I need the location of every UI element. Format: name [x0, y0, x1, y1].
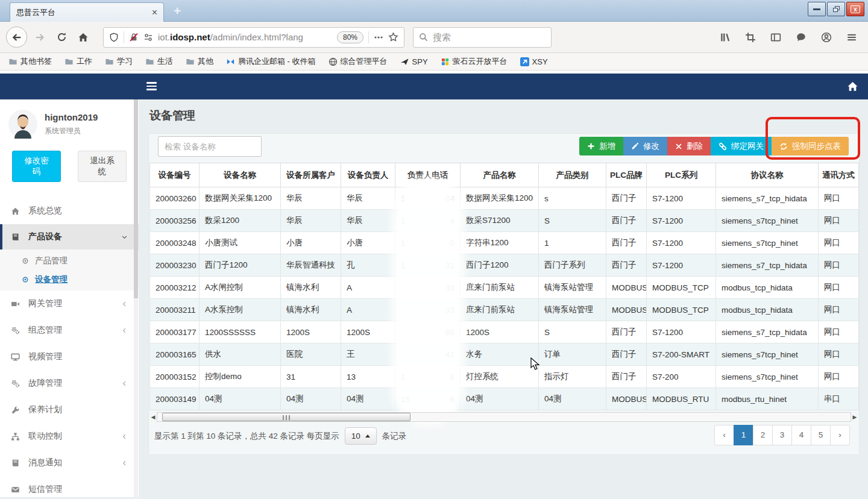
column-header[interactable]: 产品名称 — [461, 163, 539, 187]
back-button[interactable] — [6, 27, 27, 48]
sidebar-item[interactable]: 故障管理 — [0, 370, 139, 397]
device-search-input[interactable] — [158, 136, 262, 157]
table-cell-id: 200003211 — [150, 299, 200, 321]
sidebar-subitem[interactable]: 设备管理 — [0, 270, 139, 289]
menu-icon[interactable] — [846, 32, 857, 43]
table-cell-customer: 华辰智通科技 — [281, 254, 341, 277]
sidebar-subitem[interactable]: 产品管理 — [0, 251, 139, 270]
sidebar-item[interactable]: 联动控制 — [0, 423, 139, 450]
browser-search-box[interactable] — [413, 27, 552, 48]
bookmark-item[interactable]: 生活 — [145, 56, 173, 67]
url-text[interactable]: iot.idosp.net/admin/index.html?lang — [158, 32, 332, 42]
change-password-button[interactable]: 修改密码 — [12, 151, 61, 182]
pagination-item[interactable]: › — [830, 425, 850, 445]
bookmark-item[interactable]: 萤石云开放平台 — [441, 56, 508, 67]
table-row[interactable]: 200003256数采1200华辰华辰14数采S71200S西门子S7-1200… — [150, 210, 859, 232]
table-row[interactable]: 20000314904测04测04测15804测04测MODBUSMODBUS_… — [150, 388, 859, 410]
tab-close-icon[interactable]: × — [152, 8, 157, 17]
window-close-button[interactable]: x — [846, 2, 864, 16]
sidebar-item[interactable]: 系统总览 — [0, 198, 139, 224]
sidebar-item[interactable]: 保养计划 — [0, 397, 139, 423]
sidebar-item[interactable]: 视频管理 — [0, 344, 139, 370]
sidebar-collapse-button[interactable] — [146, 82, 157, 90]
phone-redaction-blur — [392, 177, 464, 426]
column-header[interactable]: PLC系列 — [647, 163, 716, 187]
table-cell-owner: 华辰 — [341, 187, 395, 210]
bookmark-item[interactable]: 腾讯企业邮箱 - 收件箱 — [226, 56, 316, 67]
bookmark-star-icon[interactable] — [388, 32, 398, 42]
home-button[interactable] — [74, 28, 92, 46]
table-row[interactable]: 200003230西门子1200华辰智通科技孔131西门子1200西门子系列西门… — [150, 254, 859, 277]
pagination-item[interactable]: 3 — [772, 425, 792, 445]
window-restore-button[interactable] — [827, 2, 845, 16]
page-actions-icon[interactable] — [374, 33, 383, 42]
permissions-icon[interactable] — [143, 33, 153, 42]
logout-button[interactable]: 退出系统 — [78, 151, 127, 182]
bookmark-item[interactable]: 学习 — [105, 56, 133, 67]
app-home-icon[interactable] — [847, 81, 858, 92]
crop-icon[interactable] — [745, 32, 756, 43]
sidebar-item[interactable]: 消息通知 — [0, 450, 139, 476]
column-header[interactable]: 协议名称 — [716, 163, 819, 187]
table-row[interactable]: 200003260数据网关采集1200华辰华辰104数据网关采集1200s西门子… — [150, 187, 859, 210]
x-icon — [675, 143, 682, 150]
pagination-item[interactable]: 1 — [734, 425, 753, 445]
zoom-level-badge[interactable]: 80% — [337, 31, 363, 43]
table-row[interactable]: 200003212A水闸控制镇海水利A33庶来门前泵站镇海泵站管理MODBUSM… — [150, 277, 859, 299]
bookmark-item[interactable]: 其他书签 — [8, 56, 52, 67]
table-row[interactable]: 2000031771200SSSSSS1200S1200S881200SS西门子… — [150, 321, 859, 344]
bookmark-item[interactable]: XSY — [520, 57, 548, 66]
bookmark-item[interactable]: 工作 — [64, 56, 92, 67]
sidebar-item[interactable]: 短信管理 — [0, 476, 139, 497]
column-header[interactable]: 产品类别 — [539, 163, 606, 187]
table-row[interactable]: 200003165供水医院王41水务订单西门子S7-200-SMARTsieme… — [150, 344, 859, 366]
account-icon[interactable] — [821, 32, 832, 43]
forward-button[interactable] — [31, 28, 49, 46]
column-header[interactable]: 设备所属客户 — [281, 163, 341, 187]
column-header[interactable]: 设备负责人 — [341, 163, 395, 187]
scroll-right-icon[interactable]: ▶ — [851, 412, 858, 421]
table-cell-plc_brand: 西门子 — [606, 210, 647, 232]
new-tab-button[interactable]: + — [174, 4, 181, 18]
sidebar-scrollbar[interactable] — [134, 99, 138, 497]
table-row[interactable]: 200003152控制demo311318灯控系统指示灯西门子S7-200sie… — [150, 366, 859, 388]
bookmark-item[interactable]: 其他 — [186, 56, 213, 67]
column-header[interactable]: 设备名称 — [200, 163, 281, 187]
pagination-item[interactable]: 4 — [791, 425, 811, 445]
column-header[interactable]: 设备编号 — [150, 163, 200, 187]
url-bar[interactable]: iot.idosp.net/admin/index.html?lang 80% — [103, 27, 404, 48]
shield-icon[interactable] — [109, 33, 119, 42]
scroll-left-icon[interactable]: ◀ — [149, 412, 157, 421]
sidebar-item[interactable]: 网关管理 — [0, 290, 139, 317]
reload-button[interactable] — [52, 28, 71, 46]
sidebar-item-label: 产品设备 — [28, 231, 62, 242]
table-row[interactable]: 200003211A水泵控制镇海水利A33庶来门前泵站镇海泵站管理MODBUSM… — [150, 299, 859, 321]
sidebar-toggle-icon[interactable] — [770, 32, 781, 43]
sidebar-item[interactable]: 组态管理 — [0, 317, 139, 344]
toolbar-button[interactable]: 绑定网关 — [711, 137, 772, 155]
window-minimize-button[interactable] — [808, 2, 826, 16]
library-icon[interactable] — [720, 32, 731, 43]
url-separator — [368, 31, 369, 43]
browser-tab[interactable]: 思普云平台 × — [10, 2, 164, 22]
browser-search-input[interactable] — [433, 32, 546, 42]
page-size-dropdown[interactable]: 10 — [345, 427, 377, 445]
table-cell-plc_brand: 西门子 — [606, 344, 647, 366]
column-header[interactable]: 通讯方式 — [819, 163, 859, 187]
sidebar-item[interactable]: 产品设备 — [0, 224, 139, 250]
bookmark-item[interactable]: SPY — [400, 57, 428, 66]
pagination-item[interactable]: ‹ — [714, 425, 734, 445]
toolbar-button[interactable]: 修改 — [623, 137, 667, 155]
messages-icon[interactable] — [796, 32, 807, 43]
pagination-item[interactable]: 2 — [753, 425, 773, 445]
horizontal-scrollbar[interactable]: ◀ ▶ — [149, 412, 858, 422]
table-row[interactable]: 200003248小唐测试小唐小唐10字符串12001西门子S7-1200sie… — [150, 232, 859, 254]
toolbar-button[interactable]: 新增 — [579, 137, 623, 155]
insecure-lock-icon[interactable] — [129, 33, 139, 42]
bookmark-item[interactable]: 综合管理平台 — [329, 56, 388, 67]
column-header[interactable]: PLC品牌 — [606, 163, 647, 187]
globe-icon — [329, 57, 338, 66]
scrollbar-thumb[interactable] — [162, 413, 410, 421]
toolbar-button[interactable]: 删除 — [667, 137, 711, 155]
pagination-item[interactable]: 5 — [811, 425, 831, 445]
